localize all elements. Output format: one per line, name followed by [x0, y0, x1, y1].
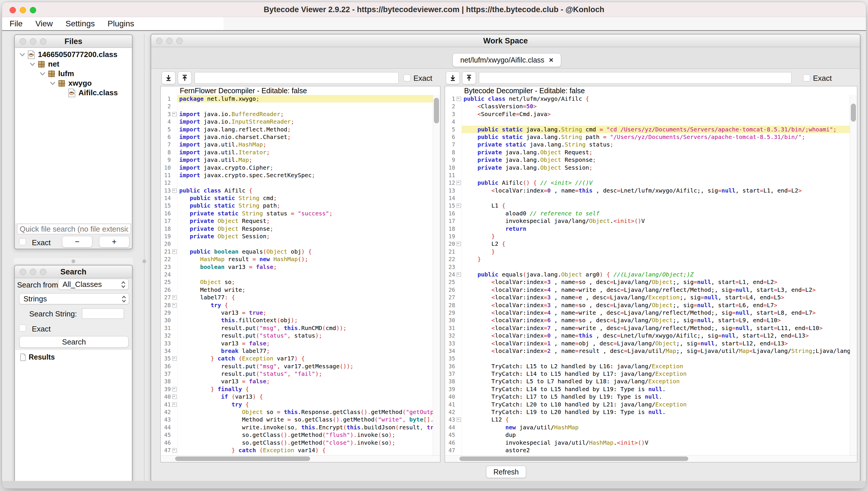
tree-item[interactable]: xwygo	[16, 79, 132, 88]
fold-collapse-icon[interactable]: −	[456, 95, 462, 103]
tree-item[interactable]: net	[16, 59, 132, 69]
fold-collapse-icon[interactable]: −	[172, 187, 177, 194]
search-panel-titlebar[interactable]: Search	[15, 265, 132, 278]
scrollbar-thumb[interactable]	[175, 457, 310, 461]
fold-collapse-icon[interactable]: −	[172, 401, 177, 408]
files-exact-checkbox[interactable]	[19, 238, 26, 245]
line-number: 15	[161, 202, 172, 209]
scrollbar-thumb[interactable]	[460, 457, 688, 461]
search-string-input[interactable]	[82, 308, 124, 319]
fold-collapse-icon[interactable]: −	[456, 202, 462, 209]
code-line: 3 <SourceFile=Cmd.java>	[445, 110, 850, 118]
fold-spacer	[172, 416, 177, 423]
search-previous-button[interactable]	[462, 71, 476, 84]
fold-collapse-icon[interactable]: −	[172, 393, 177, 400]
horizontal-splitter[interactable]	[14, 258, 133, 264]
fold-collapse-icon[interactable]: −	[456, 240, 462, 248]
tree-item[interactable]: lufm	[16, 69, 132, 79]
search-type-select[interactable]: Strings	[19, 293, 129, 304]
bytecode-decompiler-pane[interactable]: Bytecode Decompiler - Editable: false 1−…	[445, 86, 857, 462]
pane-exact-checkbox[interactable]	[404, 75, 410, 81]
tree-item[interactable]: Aifilc.class	[16, 88, 132, 97]
code-editor[interactable]: 1−public class net/lufm/xwygo/Aifilc {2 …	[445, 95, 850, 455]
fold-collapse-icon[interactable]: −	[172, 385, 177, 393]
workspace-titlebar[interactable]: Work Space	[151, 34, 860, 47]
pane-exact-checkbox[interactable]	[803, 75, 810, 81]
code-line: 16 private static String status = "succe…	[161, 210, 433, 217]
code-line: 45 dup	[445, 431, 850, 439]
search-next-button[interactable]	[162, 71, 175, 84]
tab-close-icon[interactable]: ×	[549, 56, 553, 64]
code-line: 29 var13 = true;	[161, 309, 433, 316]
fold-collapse-icon[interactable]: −	[172, 294, 177, 301]
horizontal-scrollbar[interactable]	[445, 455, 857, 462]
results-label: Results	[29, 353, 55, 361]
fold-collapse-icon[interactable]: −	[172, 446, 177, 454]
fold-collapse-icon[interactable]: −	[456, 416, 462, 423]
minimize-window-button[interactable]	[20, 7, 26, 13]
chevron-down-icon[interactable]	[39, 70, 46, 77]
fold-collapse-icon[interactable]: −	[172, 248, 177, 255]
fold-collapse-icon[interactable]: −	[456, 179, 462, 186]
code-line: 25 Object so;	[161, 278, 433, 286]
menu-item-view[interactable]: View	[35, 19, 53, 28]
close-window-button[interactable]	[9, 7, 16, 13]
search-from-select[interactable]: All_Classes	[58, 279, 128, 290]
code-line: 32 result.put("status", status);	[161, 332, 433, 339]
fold-spacer	[456, 340, 462, 347]
fold-spacer	[172, 324, 177, 332]
fold-spacer	[456, 393, 462, 400]
fold-spacer	[172, 255, 177, 263]
fold-collapse-icon[interactable]: −	[456, 271, 462, 278]
fold-spacer	[456, 194, 462, 202]
line-number: 46	[161, 439, 172, 446]
fold-spacer	[456, 355, 462, 362]
fernflower-decompiler-pane[interactable]: FernFlower Decompiler - Editable: false …	[161, 86, 440, 462]
scrollbar-thumb[interactable]	[851, 104, 856, 122]
chevron-down-icon[interactable]	[19, 51, 26, 58]
menu-item-plugins[interactable]: Plugins	[108, 19, 134, 28]
search-exact-checkbox[interactable]	[19, 324, 26, 331]
fold-spacer	[172, 217, 177, 225]
horizontal-scrollbar[interactable]	[161, 455, 440, 462]
fold-collapse-icon[interactable]: −	[172, 110, 177, 118]
code-line: 4	[445, 118, 850, 125]
menu-item-file[interactable]: File	[9, 19, 23, 28]
file-tree[interactable]: 14665050777200.class net lufm xwygo Aifi…	[16, 48, 132, 223]
tree-item[interactable]: 14665050777200.class	[16, 50, 132, 59]
search-type-value: Strings	[24, 294, 47, 303]
search-button[interactable]: Search	[20, 336, 128, 348]
line-number: 9	[161, 156, 172, 164]
font-decrease-button[interactable]: −	[62, 236, 92, 248]
fold-collapse-icon[interactable]: −	[172, 301, 177, 309]
chevron-down-icon[interactable]	[49, 80, 56, 87]
splitter-handle-icon[interactable]	[71, 259, 75, 263]
code-editor[interactable]: 1package net.lufm.xwygo;23−import java.i…	[161, 95, 433, 455]
vertical-scrollbar[interactable]	[433, 95, 440, 455]
scrollbar-thumb[interactable]	[434, 98, 439, 123]
pane-search-input[interactable]	[195, 72, 399, 84]
quick-file-search-input[interactable]	[17, 224, 131, 234]
search-next-button[interactable]	[446, 71, 460, 84]
fold-collapse-icon[interactable]: −	[172, 355, 177, 362]
line-number: 15	[445, 202, 456, 209]
menu-item-settings[interactable]: Settings	[65, 19, 95, 28]
font-increase-button[interactable]: +	[99, 236, 129, 248]
pane-search-input[interactable]	[479, 72, 791, 84]
line-number: 47	[161, 446, 172, 454]
splitter-handle-icon[interactable]	[142, 259, 146, 263]
chevron-down-icon[interactable]	[29, 61, 36, 68]
vertical-scrollbar[interactable]	[850, 95, 857, 455]
fold-spacer	[456, 294, 462, 301]
results-root-item[interactable]: Results	[16, 350, 132, 361]
refresh-button[interactable]: Refresh	[486, 466, 526, 478]
fold-spacer	[172, 431, 177, 439]
tab-aifilc-class[interactable]: net/lufm/xwygo/Aifilc.class ×	[453, 53, 561, 67]
zoom-window-button[interactable]	[30, 7, 36, 13]
files-panel-titlebar[interactable]: Files	[15, 35, 132, 48]
code-line: 22 HashMap result = new HashMap();	[161, 255, 433, 263]
line-number: 36	[161, 363, 172, 370]
code-line: 21− public boolean equals(Object obj) {	[161, 248, 433, 255]
search-results-area[interactable]: Results	[16, 350, 132, 486]
search-previous-button[interactable]	[178, 71, 192, 84]
